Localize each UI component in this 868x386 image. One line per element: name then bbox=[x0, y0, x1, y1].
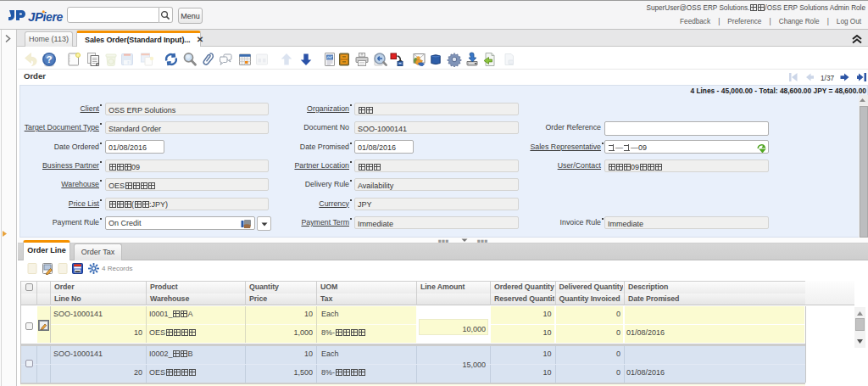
svg-text:1/37: 1/37 bbox=[821, 74, 835, 82]
svg-text:JPiere: JPiere bbox=[28, 9, 63, 24]
svg-text:?: ? bbox=[46, 54, 52, 64]
